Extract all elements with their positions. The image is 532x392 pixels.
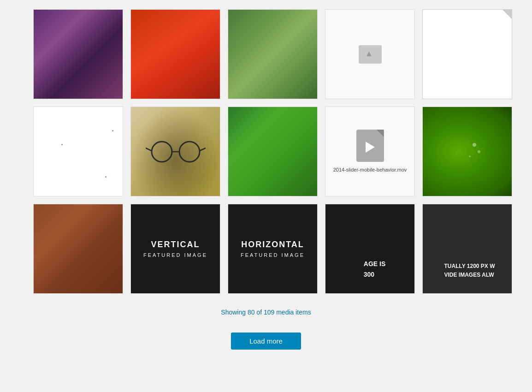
media-item-meat[interactable] — [33, 204, 123, 294]
video-file-icon — [356, 130, 384, 162]
media-item-leaf[interactable] — [422, 107, 512, 196]
svg-line-4 — [200, 148, 206, 151]
placeholder-icon — [359, 45, 382, 64]
status-suffix: media items — [274, 309, 311, 316]
dot1 — [61, 144, 63, 145]
horizontal-title: HORIZONTAL — [241, 240, 304, 249]
svg-point-6 — [478, 150, 480, 153]
media-item-placeholder1[interactable] — [325, 9, 415, 99]
media-item-dots[interactable] — [33, 107, 123, 196]
svg-point-1 — [179, 142, 200, 162]
status-total: 109 — [264, 309, 274, 316]
age-line2: 300 — [364, 269, 385, 279]
dot2 — [112, 130, 113, 131]
load-more-button[interactable]: Load more — [231, 333, 301, 350]
bottom-section: Showing 80 of 109 media items Load more — [221, 309, 311, 350]
dot3 — [105, 176, 106, 178]
svg-point-5 — [473, 143, 476, 147]
status-text: Showing 80 of 109 media items — [221, 309, 311, 316]
media-item-plant[interactable] — [228, 107, 318, 196]
status-prefix: Showing — [221, 309, 248, 316]
vertical-title: VERTICAL — [151, 240, 200, 249]
media-item-vertical[interactable]: VERTICAL FEATURED IMAGE — [130, 204, 220, 294]
white-inner — [423, 10, 512, 99]
media-grid: 2014-slider-mobile-behavior.mov VERTICAL… — [33, 9, 499, 294]
media-item-age[interactable]: AGE IS 300 — [325, 204, 415, 294]
video-filename: 2014-slider-mobile-behavior.mov — [333, 166, 407, 173]
age-line1: AGE IS — [364, 259, 385, 269]
wide-line2: VIDE IMAGES ALW — [444, 271, 495, 279]
media-item-horizontal[interactable]: HORIZONTAL FEATURED IMAGE — [228, 204, 318, 294]
svg-line-3 — [146, 148, 152, 151]
status-middle: of — [254, 309, 263, 316]
vertical-subtitle: FEATURED IMAGE — [143, 252, 207, 258]
media-item-tomatoes[interactable] — [130, 9, 220, 99]
svg-point-0 — [152, 142, 172, 162]
media-item-figs[interactable] — [33, 9, 123, 99]
svg-point-7 — [469, 155, 471, 157]
wide-line1: TUALLY 1200 PX W — [444, 262, 495, 271]
media-item-video[interactable]: 2014-slider-mobile-behavior.mov — [325, 107, 415, 196]
play-triangle — [366, 142, 375, 153]
glasses-svg — [146, 138, 206, 166]
leaf-drops-svg — [449, 133, 486, 170]
wide-text: TUALLY 1200 PX W VIDE IMAGES ALW — [439, 262, 495, 279]
media-item-wide[interactable]: TUALLY 1200 PX W VIDE IMAGES ALW — [422, 204, 512, 294]
media-item-greens[interactable] — [228, 9, 318, 99]
media-item-white1[interactable] — [422, 9, 512, 99]
age-text: AGE IS 300 — [355, 259, 385, 279]
horizontal-subtitle: FEATURED IMAGE — [241, 252, 305, 258]
status-current: 80 — [248, 309, 255, 316]
media-item-glasses[interactable] — [130, 107, 220, 196]
